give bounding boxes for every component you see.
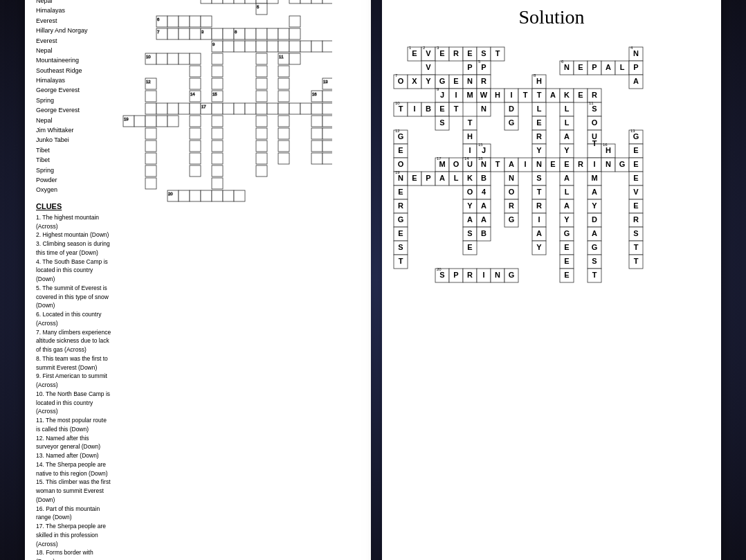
svg-rect-48 [311, 41, 322, 52]
svg-text:S: S [398, 243, 403, 251]
svg-rect-7 [267, 0, 278, 3]
svg-text:N: N [481, 105, 486, 113]
svg-rect-55 [190, 53, 201, 64]
svg-text:13: 13 [323, 80, 328, 84]
word-bank-item: Jim Whittaker [36, 125, 112, 135]
svg-text:E: E [564, 160, 569, 168]
svg-rect-95 [267, 103, 278, 114]
svg-text:G: G [633, 132, 639, 141]
svg-rect-134 [145, 165, 156, 177]
svg-rect-135 [190, 165, 201, 177]
svg-text:16: 16 [312, 92, 317, 96]
crossword-grid: 1 4 [118, 0, 332, 311]
svg-text:A: A [564, 132, 570, 141]
svg-text:P: P [592, 63, 597, 71]
svg-text:G: G [509, 215, 515, 224]
svg-rect-57 [256, 53, 267, 64]
svg-text:10: 10 [146, 55, 151, 59]
svg-rect-118 [311, 128, 322, 139]
svg-rect-3 [223, 0, 234, 3]
svg-text:R: R [398, 201, 403, 210]
svg-text:S: S [592, 257, 597, 265]
word-bank-item: Himalayas [36, 6, 112, 15]
svg-text:G: G [592, 243, 598, 251]
svg-text:T: T [454, 105, 459, 113]
svg-rect-46 [289, 41, 300, 52]
svg-text:R: R [578, 160, 583, 168]
svg-text:H: H [495, 91, 500, 99]
svg-text:P: P [426, 174, 430, 182]
svg-rect-96 [278, 103, 289, 114]
svg-text:E: E [633, 201, 638, 210]
clue-item: 5. The summit of Everest is covered in t… [36, 284, 112, 310]
svg-rect-79 [278, 91, 289, 102]
svg-rect-49 [322, 41, 332, 52]
svg-text:E: E [536, 118, 541, 127]
svg-rect-105 [156, 116, 167, 127]
svg-text:R: R [536, 201, 542, 210]
svg-rect-47 [300, 41, 311, 52]
svg-text:R: R [467, 271, 473, 279]
svg-text:E: E [453, 77, 458, 85]
svg-rect-29 [223, 28, 234, 39]
svg-rect-87 [190, 103, 201, 114]
svg-text:D: D [592, 215, 597, 224]
svg-text:G: G [398, 132, 404, 141]
svg-text:A: A [592, 188, 597, 196]
svg-text:E: E [467, 49, 472, 57]
svg-text:G: G [564, 229, 570, 237]
word-bank-item: Nepal [36, 46, 112, 55]
svg-text:O: O [467, 188, 473, 196]
svg-text:11: 11 [279, 55, 284, 59]
clue-item: 10. The North Base Camp is located in th… [36, 390, 112, 416]
svg-text:I: I [593, 160, 595, 168]
svg-rect-6 [256, 0, 267, 3]
svg-rect-144 [201, 190, 212, 201]
svg-text:T: T [634, 257, 639, 265]
svg-text:E: E [564, 243, 569, 251]
svg-text:H: H [536, 77, 542, 85]
svg-text:Y: Y [536, 243, 542, 251]
word-bank-item: Spring [36, 165, 112, 175]
svg-rect-8 [289, 0, 300, 3]
svg-rect-2 [212, 0, 223, 3]
svg-text:A: A [509, 160, 514, 168]
svg-text:A: A [633, 77, 639, 85]
svg-text:O: O [592, 118, 598, 127]
svg-rect-126 [322, 141, 332, 152]
svg-text:14: 14 [190, 92, 195, 96]
svg-text:E: E [439, 105, 444, 113]
svg-rect-33 [267, 28, 278, 39]
svg-text:I: I [510, 91, 512, 99]
svg-rect-138 [145, 178, 156, 189]
svg-text:M: M [439, 160, 445, 168]
svg-text:L: L [537, 105, 542, 113]
svg-text:T: T [495, 160, 500, 168]
svg-text:N: N [606, 160, 611, 168]
svg-rect-42 [245, 41, 256, 52]
svg-rect-97 [289, 103, 300, 114]
clue-item: 11. The most popular route is called thi… [36, 416, 112, 434]
svg-rect-63 [256, 66, 267, 77]
svg-text:P: P [467, 63, 472, 71]
svg-text:O: O [509, 188, 515, 196]
svg-text:P: P [453, 271, 458, 279]
svg-text:T: T [399, 257, 403, 265]
svg-rect-123 [256, 141, 267, 152]
svg-rect-128 [190, 153, 201, 164]
svg-rect-98 [300, 103, 311, 114]
svg-text:A: A [606, 63, 611, 71]
svg-text:N: N [633, 49, 639, 57]
svg-text:N: N [398, 174, 403, 182]
svg-rect-94 [256, 103, 267, 114]
svg-rect-17 [167, 16, 179, 27]
svg-text:T: T [468, 118, 473, 127]
left-sidebar: WORD BANK NepalHimalayasEverestHillary A… [36, 0, 112, 560]
svg-text:L: L [565, 188, 570, 196]
svg-rect-110 [278, 116, 289, 127]
svg-rect-24 [167, 28, 179, 39]
svg-text:A: A [481, 215, 486, 224]
svg-rect-108 [212, 116, 223, 127]
svg-text:U: U [467, 160, 473, 168]
svg-text:A: A [564, 174, 570, 182]
